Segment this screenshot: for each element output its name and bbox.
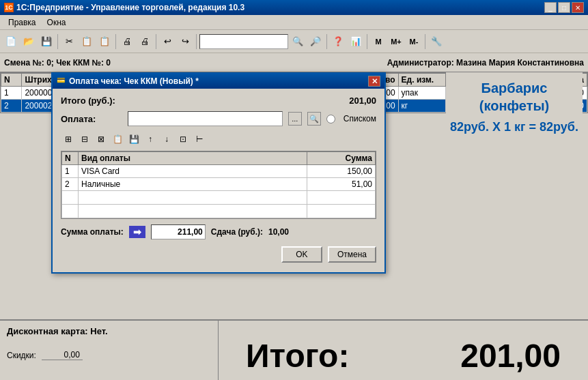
tb-sep4	[196, 34, 197, 49]
table-header-info: Смена №: 0; Чек ККМ №: 0 Администратор: …	[0, 53, 588, 72]
sum-arrow-icon: ➡	[129, 226, 145, 238]
tb-search-input[interactable]	[199, 34, 288, 49]
itogo-label: Итого:	[232, 337, 363, 375]
tb-search[interactable]: 🔍	[290, 33, 306, 50]
tb-mplus[interactable]: M+	[388, 33, 404, 50]
tb-sep3	[156, 34, 156, 49]
modal-itogo-row: Итого (руб.): 201,00	[61, 96, 376, 106]
payment-row-empty2	[62, 205, 376, 218]
ok-button[interactable]: OK	[281, 246, 322, 263]
tb-save[interactable]: 💾	[38, 33, 55, 50]
mt-grid1[interactable]: ⊡	[176, 132, 191, 147]
product-info-calc: 82руб. Х 1 кг = 82руб.	[450, 120, 578, 134]
title-bar-buttons: _ □ ✕	[544, 2, 584, 13]
modal-close-button[interactable]: ✕	[368, 76, 380, 87]
pr-type: VISA Card	[79, 165, 307, 178]
tb-mminus[interactable]: M-	[406, 33, 422, 50]
session-info: Смена №: 0; Чек ККМ №: 0	[4, 58, 111, 68]
itogo-value: 201,00	[349, 96, 376, 106]
tb-filter[interactable]: 🔎	[307, 33, 324, 50]
tb-sep7	[425, 34, 425, 49]
modal-buttons: OK Отмена	[61, 244, 376, 265]
payment-modal: 💳 Оплата чека: Чек ККМ (Новый) * ✕ Итого…	[51, 72, 386, 274]
tb-cut[interactable]: ✂	[61, 33, 77, 50]
menu-item-pravka[interactable]: Правка	[3, 16, 42, 29]
title-bar-text: 1C 1С:Предприятие - Управление торговлей…	[4, 3, 244, 12]
mt-up[interactable]: ↑	[143, 132, 158, 147]
tb-report[interactable]: 📊	[348, 33, 364, 50]
menu-bar: Правка Окна	[0, 15, 588, 30]
sdacha-label: Сдача (руб.):	[211, 227, 263, 237]
pcol-type: Вид оплаты	[79, 152, 307, 165]
cell-n: 1	[1, 87, 22, 100]
skidki-value: 0,00	[42, 350, 83, 360]
tb-paste[interactable]: 📋	[96, 33, 113, 50]
product-info-panel: Барбарис (конфеты) 82руб. Х 1 кг = 82руб…	[446, 72, 583, 141]
cancel-button[interactable]: Отмена	[328, 246, 376, 263]
col-n: N	[1, 74, 22, 87]
pcol-n: N	[62, 152, 79, 165]
tb-sep1	[57, 34, 58, 49]
tb-copy[interactable]: 📋	[79, 33, 95, 50]
close-button[interactable]: ✕	[572, 2, 584, 13]
pr-n: 2	[62, 178, 79, 191]
product-info-name: Барбарис (конфеты)	[450, 79, 578, 115]
pcol-sum: Сумма	[307, 152, 376, 165]
itogo-value: 201,00	[447, 337, 574, 375]
tb-help[interactable]: ❓	[330, 33, 346, 50]
itogo-row: Итого: 201,00	[232, 337, 574, 375]
maximize-button[interactable]: □	[558, 2, 570, 13]
tb-print[interactable]: 🖨	[119, 33, 135, 50]
tb-print2[interactable]: 🖨	[137, 33, 153, 50]
oplata-radio-label: Списком	[344, 114, 376, 123]
mt-copy[interactable]: ⊠	[94, 132, 109, 147]
tb-sep5	[326, 34, 327, 49]
payment-table-wrap: N Вид оплаты Сумма 1 VISA Card 150,00 2	[61, 151, 376, 219]
modal-oplata-row: Оплата: ... 🔍 Списком	[61, 111, 376, 126]
oplata-radio[interactable]	[326, 115, 335, 123]
col-unit: Ед. изм.	[398, 74, 445, 87]
modal-toolbar: ⊞ ⊟ ⊠ 📋 💾 ↑ ↓ ⊡ ⊢	[61, 132, 376, 147]
oplata-label: Оплата:	[61, 114, 122, 124]
oplata-browse-btn[interactable]: ...	[288, 112, 302, 126]
tb-undo[interactable]: ↩	[159, 33, 176, 50]
bottom-left: Дисконтная карта: Нет. Скидки: 0,00	[0, 321, 219, 380]
modal-title-text: Оплата чека: Чек ККМ (Новый) *	[69, 76, 199, 86]
title-bar: 1C 1С:Предприятие - Управление торговлей…	[0, 0, 588, 15]
mt-paste[interactable]: 📋	[110, 132, 125, 147]
mt-down[interactable]: ↓	[159, 132, 174, 147]
sum-oplaty-input[interactable]	[151, 224, 206, 239]
bottom-center: Итого: 201,00	[219, 321, 588, 380]
minimize-button[interactable]: _	[544, 2, 557, 13]
tb-open[interactable]: 📂	[20, 33, 37, 50]
discount-label: Дисконтная карта: Нет.	[7, 326, 211, 336]
sum-row: Сумма оплаты: ➡ Сдача (руб.): 10,00	[61, 224, 376, 239]
pr-sum: 150,00	[307, 165, 376, 178]
payment-row[interactable]: 1 VISA Card 150,00	[62, 165, 376, 178]
payment-row-empty	[62, 191, 376, 205]
pr-type: Наличные	[79, 178, 307, 191]
tb-new[interactable]: 📄	[3, 33, 19, 50]
oplata-input[interactable]	[128, 111, 283, 126]
admin-info: Администратор: Мазина Мария Константинов…	[387, 58, 584, 68]
skidki-label: Скидки:	[7, 351, 36, 360]
sdacha-value: 10,00	[268, 227, 289, 237]
tb-redo[interactable]: ↪	[177, 33, 193, 50]
itogo-label: Итого (руб.):	[61, 96, 122, 106]
payment-row[interactable]: 2 Наличные 51,00	[62, 178, 376, 191]
cell-unit: упак	[398, 87, 445, 100]
menu-item-okna[interactable]: Окна	[42, 16, 72, 29]
oplata-search-btn[interactable]: 🔍	[307, 112, 321, 126]
tb-settings[interactable]: 🔧	[428, 33, 445, 50]
mt-grid2[interactable]: ⊢	[192, 132, 207, 147]
modal-title-bar: 💳 Оплата чека: Чек ККМ (Новый) * ✕	[53, 74, 384, 89]
tb-m[interactable]: M	[370, 33, 387, 50]
mt-save[interactable]: 💾	[126, 132, 141, 147]
sum-oplaty-label: Сумма оплаты:	[61, 227, 124, 237]
bottom-area: Дисконтная карта: Нет. Скидки: 0,00 Итог…	[0, 319, 588, 380]
mt-add[interactable]: ⊞	[61, 132, 76, 147]
pr-n: 1	[62, 165, 79, 178]
mt-remove[interactable]: ⊟	[77, 132, 92, 147]
main-area: Смена №: 0; Чек ККМ №: 0 Администратор: …	[0, 53, 588, 319]
app-icon: 1C	[4, 3, 14, 12]
